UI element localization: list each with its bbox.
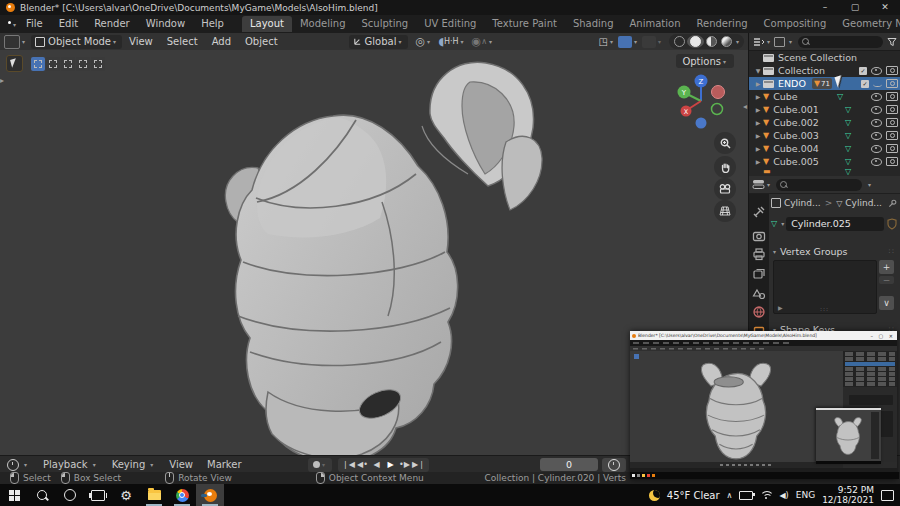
snap-target-icon[interactable]: H·H <box>444 37 459 46</box>
datablock-name-input[interactable]: Cylinder.025 <box>786 217 884 231</box>
menu-view-timeline[interactable]: View <box>162 459 200 470</box>
tab-uv-editing[interactable]: UV Editing <box>416 16 484 32</box>
editor-type-icon[interactable] <box>4 35 20 49</box>
rendered-shading-icon[interactable] <box>721 36 732 47</box>
camera-render-icon[interactable] <box>886 157 898 166</box>
auto-keying-toggle[interactable]: ▾ <box>308 458 332 472</box>
material-shading-icon[interactable] <box>706 36 717 47</box>
filter-funnel-icon[interactable] <box>887 37 897 47</box>
taskbar-search-button[interactable] <box>28 484 56 506</box>
tab-scene-icon[interactable] <box>752 287 766 301</box>
menu-keying[interactable]: Keying▾ <box>105 459 163 470</box>
tab-output-icon[interactable] <box>752 247 766 261</box>
close-button[interactable]: ✕ <box>870 0 900 15</box>
current-frame-field[interactable]: 0 <box>540 458 598 471</box>
toolbar-expand-icon[interactable]: ▸ <box>0 76 4 85</box>
minimize-button[interactable]: – <box>810 0 840 15</box>
tab-world-icon[interactable] <box>752 305 766 319</box>
tab-shading[interactable]: Shading <box>565 16 622 32</box>
start-button[interactable] <box>0 484 28 506</box>
language-indicator[interactable]: ENG <box>796 490 815 500</box>
eye-visible-icon[interactable] <box>871 158 882 166</box>
select-mode-subtract-icon[interactable] <box>61 57 75 71</box>
show-gizmo-icon[interactable]: ◳ <box>598 36 607 47</box>
breadcrumb-object[interactable]: Cylind... <box>784 198 821 208</box>
tab-tool-icon[interactable] <box>752 205 766 219</box>
tab-render-icon[interactable] <box>752 229 766 243</box>
options-button[interactable]: Options ▾ <box>676 54 734 68</box>
collection-checkbox[interactable]: ✓ <box>859 67 867 75</box>
tweak-tool-icon[interactable] <box>6 55 23 72</box>
menu-object[interactable]: Object <box>238 36 285 47</box>
eye-visible-icon[interactable] <box>871 132 882 140</box>
tab-texture-paint[interactable]: Texture Paint <box>484 16 565 32</box>
disclosure-closed-icon[interactable]: ▶ <box>753 80 763 87</box>
collection-checkbox[interactable]: ✓ <box>861 80 869 88</box>
volume-icon[interactable]: ◀) <box>779 491 788 500</box>
zoom-view-icon[interactable] <box>714 132 736 154</box>
menu-file[interactable]: File <box>18 15 51 33</box>
outliner-filter-image-icon[interactable] <box>774 37 785 47</box>
action-center-icon[interactable] <box>881 490 894 501</box>
disclosure-closed-icon[interactable]: ▶ <box>753 119 763 126</box>
add-vertex-group-button[interactable]: + <box>879 260 894 274</box>
tab-rendering[interactable]: Rendering <box>689 16 756 32</box>
properties-search-input[interactable] <box>776 179 862 191</box>
play-reverse-icon[interactable]: ◀ <box>370 460 383 469</box>
next-keyframe-icon[interactable]: •▶ <box>398 460 411 469</box>
remove-vertex-group-button[interactable]: − <box>879 276 894 284</box>
blender-taskbar-button[interactable] <box>196 484 224 506</box>
transform-orientation[interactable]: Global ▾ <box>349 35 408 49</box>
pip-titlebar[interactable]: Blender* [C:\Users\alvar\OneDrive\Docume… <box>630 331 897 340</box>
select-mode-new-icon[interactable] <box>31 57 45 71</box>
show-overlays-icon[interactable] <box>618 36 632 48</box>
outliner-row-scene-collection[interactable]: Scene Collection <box>749 51 900 64</box>
file-explorer-button[interactable] <box>140 484 168 506</box>
disclosure-closed-icon[interactable]: ▶ <box>753 93 763 100</box>
disclosure-closed-icon[interactable]: ▶ <box>753 145 763 152</box>
eye-visible-icon[interactable] <box>871 93 882 101</box>
eye-visible-icon[interactable] <box>871 67 882 75</box>
disclosure-closed-icon[interactable]: ▶ <box>753 132 763 139</box>
hidden-icons-chevron[interactable]: ∧ <box>727 491 733 500</box>
weather-moon-icon[interactable] <box>649 490 660 501</box>
menu-view[interactable]: View <box>122 36 160 47</box>
outliner-row-cube005[interactable]: ▶ ▼ Cube.005 ▽ <box>749 155 900 168</box>
menu-window[interactable]: Window <box>138 15 193 33</box>
list-resize-grip-icon[interactable]: ::: <box>820 305 829 312</box>
menu-help[interactable]: Help <box>193 15 232 33</box>
tab-layout[interactable]: Layout <box>242 16 292 32</box>
menu-edit[interactable]: Edit <box>51 15 86 33</box>
orthographic-toggle-icon[interactable] <box>714 200 736 222</box>
previous-keyframe-icon[interactable]: ◀• <box>356 460 369 469</box>
outliner-row-cube[interactable]: ▶ ▼ Cube ▽ <box>749 90 900 103</box>
breadcrumb-data[interactable]: Cylind... <box>845 198 882 208</box>
battery-icon[interactable] <box>739 491 753 500</box>
mode-selector[interactable]: Object Mode ▾ <box>31 35 122 49</box>
pip-preview-window[interactable]: Blender* [C:\Users\alvar\OneDrive\Docume… <box>630 331 897 479</box>
tab-compositing[interactable]: Compositing <box>756 16 835 32</box>
menu-add[interactable]: Add <box>205 36 238 47</box>
select-mode-intersect-icon[interactable] <box>91 57 105 71</box>
camera-render-icon[interactable] <box>886 92 898 101</box>
disclosure-closed-icon[interactable]: ▶ <box>753 158 763 165</box>
camera-render-icon[interactable] <box>886 79 898 88</box>
properties-editor-icon[interactable] <box>752 179 765 190</box>
outliner-row-collection[interactable]: ▼ Collection ✓ <box>749 64 900 77</box>
fake-user-shield-icon[interactable] <box>887 218 897 230</box>
menu-marker[interactable]: Marker <box>200 459 249 470</box>
pivot-point-icon[interactable]: ◎ <box>416 35 426 48</box>
eye-visible-icon[interactable] <box>871 106 882 114</box>
vertex-groups-list[interactable]: ▶ ::: <box>773 260 877 314</box>
tab-modeling[interactable]: Modeling <box>292 16 354 32</box>
pan-view-hand-icon[interactable] <box>714 156 736 178</box>
outliner-row-cube004[interactable]: ▶ ▼ Cube.004 ▽ <box>749 142 900 155</box>
tab-sculpting[interactable]: Sculpting <box>353 16 416 32</box>
select-mode-extend-icon[interactable] <box>46 57 60 71</box>
outliner-search-input[interactable] <box>798 36 883 48</box>
sidebar-collapse-icon[interactable]: ◂ <box>743 102 747 111</box>
eye-visible-icon[interactable] <box>871 145 882 153</box>
settings-button[interactable]: ⚙ <box>112 484 140 506</box>
weather-text[interactable]: 45°F Clear <box>667 490 720 501</box>
menu-render[interactable]: Render <box>86 15 138 33</box>
